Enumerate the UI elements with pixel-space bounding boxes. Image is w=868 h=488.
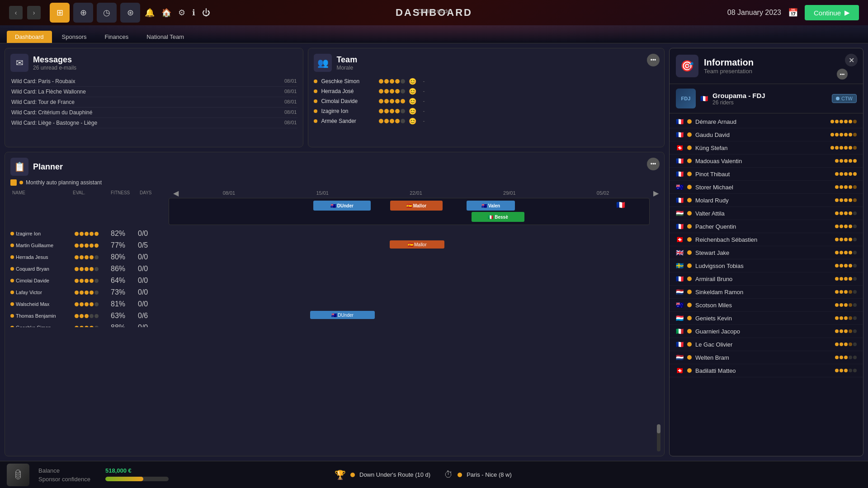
tab-sponsors[interactable]: Sponsors <box>54 31 95 43</box>
tab-finances[interactable]: Finances <box>97 31 137 43</box>
confidence-fill <box>105 477 143 481</box>
list-item[interactable]: 🇨🇭 Reichenbach Sébastien <box>670 233 863 246</box>
race-bar-besse[interactable]: 🇮🇹Bessè <box>472 212 524 222</box>
list-item[interactable]: Geschke Simon 😊 - <box>314 76 659 86</box>
list-item[interactable]: 🇱🇺 Geniets Kevin <box>670 312 863 325</box>
list-item[interactable]: 🇫🇷 Armirail Bruno <box>670 272 863 286</box>
list-item[interactable]: Wild Card: Paris - Roubaix 08/01 <box>10 76 297 87</box>
power-icon[interactable]: ⏻ <box>202 8 210 18</box>
list-item[interactable]: 🇫🇷 Madouas Valentin <box>670 155 863 168</box>
list-item[interactable]: 🇦🇺 Scotson Miles <box>670 299 863 312</box>
table-row[interactable]: Coquard Bryan 86% 0/0 <box>10 263 659 275</box>
race-bar-valen[interactable]: 🇦🇺Valen <box>467 201 514 211</box>
nationality-dot <box>687 303 692 307</box>
planner-next-button[interactable]: ▶ <box>653 188 659 197</box>
stats-icon[interactable]: ◷ <box>97 3 117 23</box>
list-item[interactable]: 🇫🇷 Pacher Quentin <box>670 220 863 233</box>
team-icon: 👥 <box>314 54 332 72</box>
table-row[interactable]: Cimolai Davide 64% 0/0 <box>10 275 659 286</box>
flag-icon: 🇸🇪 <box>676 262 684 269</box>
nationality-dot <box>687 145 692 150</box>
table-row[interactable]: Geschke Simon 88% 0/0 <box>10 322 659 327</box>
morale-dots <box>379 119 405 123</box>
top-icons: 🔔 🏠 ⚙ ℹ ⏻ <box>145 8 210 18</box>
team-menu-button[interactable]: ••• <box>647 54 660 66</box>
auto-planning-checkbox[interactable] <box>10 179 17 186</box>
info-menu-button[interactable]: ••• <box>837 69 848 80</box>
rider-rating <box>835 329 857 333</box>
calendar-icon[interactable]: 📅 <box>788 8 798 18</box>
list-item[interactable]: 🇫🇷 Pinot Thibaut <box>670 168 863 181</box>
list-item[interactable]: 🇳🇱 Sinkeldam Ramon <box>670 286 863 299</box>
event-time-icon: ⏱ <box>444 469 453 480</box>
list-item[interactable]: 🇨🇭 Küng Stefan <box>670 141 863 155</box>
event-label: Paris - Nice (8 w) <box>467 471 512 478</box>
balance-info: Balance 518,000 € Sponsor confidence <box>38 467 319 483</box>
race-bar-dunder[interactable]: 🇦🇺DUnder <box>313 201 371 211</box>
tab-bar: Dashboard Sponsors Finances National Tea… <box>0 25 868 43</box>
list-item[interactable]: 🇬🇧 Stewart Jake <box>670 246 863 259</box>
continue-button[interactable]: Continue ▶ <box>805 5 859 20</box>
table-row[interactable]: Martin Guillaume 77% 0/5 🇪🇸 Mallor <box>10 239 659 251</box>
nav-forward-button[interactable]: › <box>27 6 41 19</box>
bottom-right: 🏆 Down Under's Route (10 d) ⏱ Paris - Ni… <box>326 469 868 480</box>
tab-dashboard[interactable]: Dashboard <box>7 31 52 43</box>
flag-icon: 🇨🇭 <box>676 144 684 151</box>
table-row[interactable]: Thomas Benjamin 63% 0/6 🇦🇺 DUnder <box>10 310 659 322</box>
list-item[interactable]: 🇫🇷 Démare Arnaud <box>670 115 863 128</box>
list-item[interactable]: Armée Sander 😊 - <box>314 116 659 126</box>
list-item[interactable]: 🇫🇷 Molard Rudy <box>670 194 863 207</box>
table-row[interactable]: Walscheid Max 81% 0/0 <box>10 298 659 310</box>
planner-menu-button[interactable]: ••• <box>647 158 660 170</box>
table-row[interactable]: Lafay Victor 73% 0/0 <box>10 286 659 298</box>
flag-icon: 🇫🇷 <box>676 341 684 348</box>
rider-rating <box>835 369 857 372</box>
list-item[interactable]: Izagirre Ion 😊 - <box>314 106 659 116</box>
race-bar-mallor[interactable]: 🇪🇸Mallor <box>390 201 443 211</box>
list-item[interactable]: Cimolai Davide 😊 - <box>314 96 659 106</box>
scroll-thumb <box>657 424 660 433</box>
list-item[interactable]: Wild Card: Tour de France 08/01 <box>10 97 297 108</box>
nationality-dot <box>687 172 692 176</box>
list-item[interactable]: Herrada José 😊 - <box>314 86 659 96</box>
list-item[interactable]: 🇭🇺 Valter Attila <box>670 207 863 220</box>
list-item[interactable]: 🇸🇪 Ludvigsson Tobias <box>670 259 863 272</box>
list-item[interactable]: 🇨🇭 Badilatti Matteo <box>670 364 863 377</box>
event-item[interactable]: 🏆 Down Under's Route (10 d) <box>335 469 430 480</box>
bell-icon[interactable]: 🔔 <box>145 8 155 18</box>
confidence-label: Sponsor confidence <box>38 476 102 483</box>
rider-rating <box>835 198 857 202</box>
nav-back-button[interactable]: ‹ <box>9 6 23 19</box>
table-row[interactable]: Herrada Jesus 80% 0/0 <box>10 251 659 263</box>
list-item[interactable]: 🇫🇷 Gaudu David <box>670 128 863 141</box>
list-item[interactable]: 🇫🇷 Le Gac Olivier <box>670 338 863 351</box>
nationality-dot <box>687 211 692 216</box>
scroll-bar[interactable] <box>657 424 660 451</box>
event-trophy-icon: 🏆 <box>335 469 346 480</box>
list-item[interactable]: Wild Card: La Flèche Wallonne 08/01 <box>10 87 297 97</box>
trophy-icon[interactable]: ⊛ <box>120 3 140 23</box>
dashboard-icon[interactable]: ⊞ <box>50 3 70 23</box>
nationality-dot <box>687 368 692 373</box>
planner-prev-button[interactable]: ◀ <box>173 188 179 197</box>
settings-icon[interactable]: ⚙ <box>178 8 185 18</box>
rider-list: 🇫🇷 Démare Arnaud 🇫🇷 Gaudu David 🇨🇭 <box>670 113 863 456</box>
rider-gantt-cell <box>160 299 659 309</box>
list-item[interactable]: 🇦🇺 Storer Michael <box>670 181 863 194</box>
list-item[interactable]: 🇮🇹 Guarnieri Jacopo <box>670 325 863 338</box>
list-item[interactable]: Wild Card: Liège - Bastogne - Liège 08/0… <box>10 118 297 128</box>
table-row[interactable]: Izagirre Ion 82% 0/0 <box>10 228 659 239</box>
home-icon[interactable]: 🏠 <box>161 8 171 18</box>
team-flag: 🇫🇷 <box>700 95 708 102</box>
globe-icon[interactable]: ⊕ <box>73 3 93 23</box>
messages-subtitle: 26 unread e-mails <box>33 65 76 71</box>
list-item[interactable]: Wild Card: Critérium du Dauphiné 08/01 <box>10 108 297 118</box>
close-button[interactable]: ✕ <box>845 54 858 66</box>
list-item[interactable]: 🇳🇱 Welten Bram <box>670 351 863 364</box>
rider-rating <box>835 251 857 254</box>
event-item[interactable]: ⏱ Paris - Nice (8 w) <box>444 469 512 480</box>
tab-national-team[interactable]: National Team <box>138 31 192 43</box>
team-card[interactable]: FDJ 🇫🇷 Groupama - FDJ 26 riders CTW <box>670 84 863 113</box>
confidence-bar <box>105 477 169 481</box>
info-icon[interactable]: ℹ <box>192 8 195 18</box>
